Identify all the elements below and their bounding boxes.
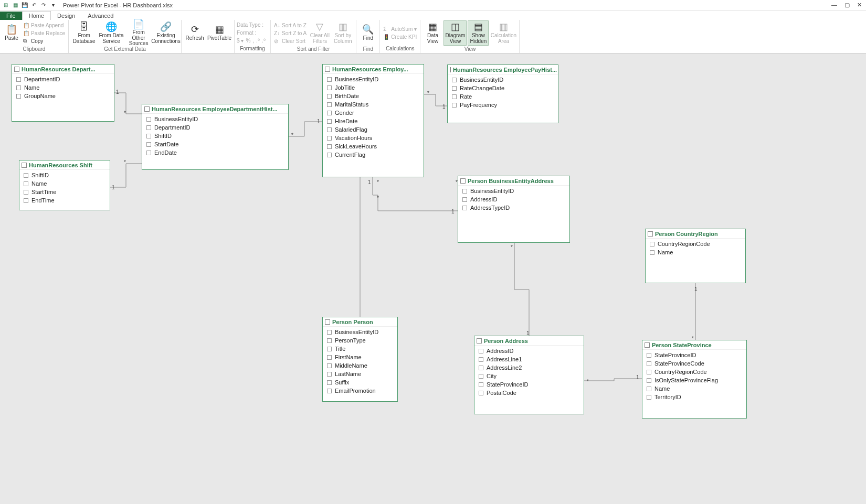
copy-button[interactable]: ⧉Copy <box>22 37 66 45</box>
column-BusinessEntityID[interactable]: BusinessEntityID <box>142 115 288 123</box>
column-JobTitle[interactable]: JobTitle <box>323 83 424 92</box>
paste-button[interactable]: 📋 Paste <box>2 20 21 46</box>
table-cr[interactable]: Person CountryRegionCountryRegionCodeNam… <box>645 229 746 283</box>
column-LastName[interactable]: LastName <box>323 370 397 378</box>
refresh-button[interactable]: ⟳Refresh <box>184 20 206 46</box>
column-EndTime[interactable]: EndTime <box>19 196 110 205</box>
close-button[interactable]: ✕ <box>857 2 862 8</box>
undo-icon[interactable]: ↶ <box>30 2 38 9</box>
column-SickLeaveHours[interactable]: SickLeaveHours <box>323 142 424 151</box>
minimize-button[interactable]: — <box>831 2 837 8</box>
column-PersonType[interactable]: PersonType <box>323 336 397 345</box>
increase-decimal-icon[interactable]: .⁰ <box>256 38 260 44</box>
sort-by-column-button[interactable]: ▥Sort by Column <box>332 20 354 46</box>
paste-replace-button[interactable]: 📋Paste Replace <box>22 29 66 37</box>
column-MiddleName[interactable]: MiddleName <box>323 361 397 370</box>
diagram-view-button[interactable]: ◫Diagram View <box>443 20 467 46</box>
create-kpi-button[interactable]: 🚦Create KPI <box>382 33 418 40</box>
column-DepartmentID[interactable]: DepartmentID <box>142 123 288 132</box>
column-PostalCode[interactable]: PostalCode <box>474 389 584 397</box>
column-AddressLine2[interactable]: AddressLine2 <box>474 363 584 372</box>
existing-connections-button[interactable]: 🔗Existing Connections <box>153 20 179 46</box>
column-BirthDate[interactable]: BirthDate <box>323 92 424 100</box>
table-addr[interactable]: Person AddressAddressIDAddressLine1Addre… <box>474 336 584 414</box>
column-MaritalStatus[interactable]: MaritalStatus <box>323 100 424 109</box>
table-bea[interactable]: Person BusinessEntityAddressBusinessEnti… <box>458 176 570 243</box>
paste-append-button[interactable]: 📋Paste Append <box>22 22 66 29</box>
column-VacationHours[interactable]: VacationHours <box>323 134 424 142</box>
diagram-canvas[interactable]: HumanResources Depart...DepartmentIDName… <box>0 53 866 504</box>
column-Name[interactable]: Name <box>642 384 746 393</box>
column-City[interactable]: City <box>474 372 584 380</box>
column-CountryRegionCode[interactable]: CountryRegionCode <box>646 240 745 248</box>
sort-az-button[interactable]: A↓Sort A to Z <box>273 22 308 29</box>
column-RateChangeDate[interactable]: RateChangeDate <box>448 84 558 92</box>
table-shift[interactable]: HumanResources ShiftShiftIDNameStartTime… <box>19 160 110 210</box>
column-CountryRegionCode[interactable]: CountryRegionCode <box>642 368 746 376</box>
column-Suffix[interactable]: Suffix <box>323 378 397 387</box>
sort-za-button[interactable]: Z↓Sort Z to A <box>273 29 308 37</box>
table-dept[interactable]: HumanResources Depart...DepartmentIDName… <box>12 64 114 122</box>
column-IsOnlyStateProvinceFlag[interactable]: IsOnlyStateProvinceFlag <box>642 376 746 384</box>
tab-advanced[interactable]: Advanced <box>81 12 120 20</box>
from-database-button[interactable]: 🗄From Database <box>71 20 97 46</box>
column-StateProvinceID[interactable]: StateProvinceID <box>642 351 746 359</box>
column-AddressID[interactable]: AddressID <box>458 195 569 203</box>
column-StateProvinceID[interactable]: StateProvinceID <box>474 380 584 389</box>
table-sp[interactable]: Person StateProvinceStateProvinceIDState… <box>642 340 747 419</box>
column-Title[interactable]: Title <box>323 345 397 353</box>
table-emp[interactable]: HumanResources Employ...BusinessEntityID… <box>322 64 424 177</box>
calculation-area-button[interactable]: ▥Calculation Area <box>490 20 517 46</box>
column-FirstName[interactable]: FirstName <box>323 353 397 361</box>
column-Rate[interactable]: Rate <box>448 92 558 101</box>
column-Gender[interactable]: Gender <box>323 109 424 117</box>
table-header[interactable]: HumanResources Employ... <box>323 65 424 74</box>
column-AddressID[interactable]: AddressID <box>474 347 584 355</box>
show-hidden-button[interactable]: ▤Show Hidden <box>468 20 489 46</box>
currency-icon[interactable]: $ ▾ <box>237 38 244 44</box>
save-icon[interactable]: 💾 <box>21 2 28 9</box>
table-pay[interactable]: HumanResources EmployeePayHist...Busines… <box>447 65 558 123</box>
column-Name[interactable]: Name <box>12 83 114 92</box>
table-header[interactable]: HumanResources Depart... <box>12 65 114 74</box>
from-data-service-button[interactable]: 🌐From Data Service <box>98 20 124 46</box>
table-header[interactable]: HumanResources EmployeeDepartmentHist... <box>142 104 288 114</box>
autosum-button[interactable]: ΣAutoSum ▾ <box>382 25 418 33</box>
table-person[interactable]: Person PersonBusinessEntityIDPersonTypeT… <box>322 317 398 402</box>
table-header[interactable]: HumanResources Shift <box>19 160 110 170</box>
column-ShiftID[interactable]: ShiftID <box>142 132 288 140</box>
column-CurrentFlag[interactable]: CurrentFlag <box>323 151 424 159</box>
table-header[interactable]: Person CountryRegion <box>646 229 745 239</box>
column-BusinessEntityID[interactable]: BusinessEntityID <box>448 76 558 84</box>
tab-file[interactable]: File <box>0 12 22 20</box>
find-button[interactable]: 🔍Find <box>358 20 377 46</box>
tab-home[interactable]: Home <box>22 11 51 20</box>
column-Name[interactable]: Name <box>19 179 110 188</box>
column-EmailPromotion[interactable]: EmailPromotion <box>323 387 397 395</box>
percent-icon[interactable]: % <box>246 38 250 44</box>
column-HireDate[interactable]: HireDate <box>323 117 424 125</box>
redo-icon[interactable]: ↷ <box>40 2 47 9</box>
decrease-decimal-icon[interactable]: .⁰ <box>262 38 266 44</box>
table-header[interactable]: Person StateProvince <box>642 340 746 350</box>
table-header[interactable]: Person BusinessEntityAddress <box>458 176 569 186</box>
column-TerritoryID[interactable]: TerritoryID <box>642 393 746 401</box>
column-StartDate[interactable]: StartDate <box>142 140 288 148</box>
table-header[interactable]: Person Address <box>474 336 584 346</box>
column-Name[interactable]: Name <box>646 248 745 256</box>
comma-icon[interactable]: , <box>252 38 254 44</box>
from-other-sources-button[interactable]: 📄From Other Sources <box>125 20 152 46</box>
table-edh[interactable]: HumanResources EmployeeDepartmentHist...… <box>142 104 289 170</box>
column-BusinessEntityID[interactable]: BusinessEntityID <box>323 75 424 83</box>
clear-sort-button[interactable]: ⊘Clear Sort <box>273 37 308 45</box>
tab-design[interactable]: Design <box>51 12 81 20</box>
column-AddressLine1[interactable]: AddressLine1 <box>474 355 584 363</box>
column-PayFrequency[interactable]: PayFrequency <box>448 101 558 109</box>
data-view-button[interactable]: ▦Data View <box>423 20 442 46</box>
pivottable-button[interactable]: ▦PivotTable <box>207 20 232 46</box>
column-GroupName[interactable]: GroupName <box>12 92 114 100</box>
column-ShiftID[interactable]: ShiftID <box>19 171 110 179</box>
maximize-button[interactable]: ▢ <box>844 2 850 8</box>
column-BusinessEntityID[interactable]: BusinessEntityID <box>458 187 569 195</box>
column-SalariedFlag[interactable]: SalariedFlag <box>323 125 424 134</box>
